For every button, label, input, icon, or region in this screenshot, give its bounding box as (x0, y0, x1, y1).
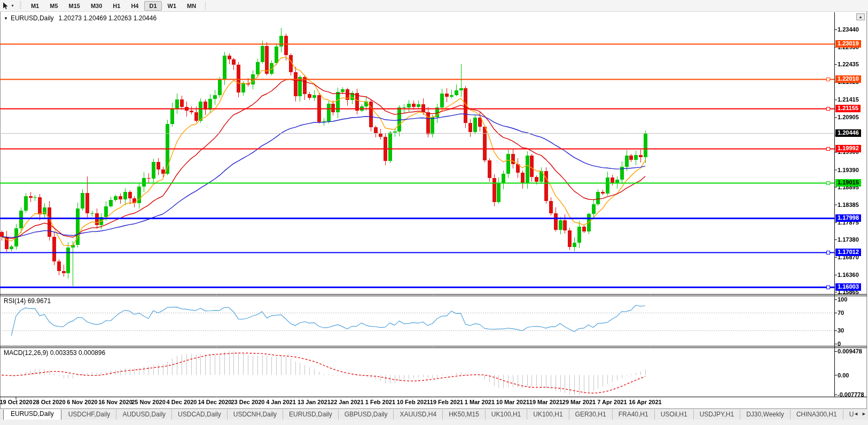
timeframe-buttons: M1M5M15M30H1H4D1W1MN (26, 0, 201, 11)
chart-tab[interactable]: FRA40,H1 (612, 409, 654, 420)
chart-tab[interactable]: HK50,M15 (442, 409, 485, 420)
tab-scroll-left-icon[interactable]: ◄ (854, 411, 858, 416)
chart-tab-bar: EURUSD,DailyUSDCHF,DailyAUDUSD,DailyUSDC… (0, 409, 868, 420)
chart-tab[interactable]: USDCNH,Daily (227, 409, 283, 420)
chart-tab[interactable]: CHINA300,H1 (790, 409, 843, 420)
toolbar: ▼ M1M5M15M30H1H4D1W1MN (0, 0, 868, 12)
chart-canvas[interactable] (0, 0, 868, 425)
chart-tab[interactable]: USDJPY,H1 (693, 409, 740, 420)
toolbar-separator (205, 2, 206, 10)
chart-tab[interactable]: USDCAD,Daily (171, 409, 227, 420)
chart-tab[interactable]: EURUSD,Daily (283, 409, 338, 420)
chart-tab[interactable]: USOil,H1 (654, 409, 693, 420)
timeframe-button-w1[interactable]: W1 (163, 1, 182, 11)
chart-tab[interactable]: GER30,H1 (569, 409, 612, 420)
cursor-icon (2, 2, 9, 10)
chevron-down-icon: ▼ (11, 4, 14, 7)
chart-tab[interactable]: XAUUSD,H4 (393, 409, 442, 420)
chart-tab[interactable]: DJ30,Weekly (740, 409, 789, 420)
chart-cursor-tool[interactable]: ▼ (0, 1, 17, 11)
timeframe-button-m30[interactable]: M30 (86, 1, 107, 11)
chart-scroll-up-button[interactable]: ▲ (856, 13, 865, 20)
timeframe-button-d1[interactable]: D1 (144, 1, 161, 11)
tab-scroll-arrows: ◄ ► (854, 411, 866, 416)
chart-tab[interactable]: AUDUSD,Daily (116, 409, 171, 420)
chart-tab[interactable]: EURUSD,Daily (3, 409, 61, 420)
timeframe-button-mn[interactable]: MN (182, 1, 201, 11)
timeframe-button-h4[interactable]: H4 (126, 1, 143, 11)
chart-tab[interactable]: UK100,H1 (527, 409, 568, 420)
timeframe-button-m5[interactable]: M5 (45, 1, 62, 11)
timeframe-button-m15[interactable]: M15 (64, 1, 85, 11)
chart-tab[interactable]: GBPUSD,Daily (338, 409, 394, 420)
toolbar-grip-handle[interactable] (20, 2, 21, 10)
chart-tab[interactable]: USDCHF,Daily (62, 409, 116, 420)
tab-scroll-right-icon[interactable]: ► (862, 411, 866, 416)
timeframe-button-h1[interactable]: H1 (108, 1, 125, 11)
timeframe-button-m1[interactable]: M1 (26, 1, 44, 11)
chart-tab[interactable]: UK100,H1 (485, 409, 527, 420)
